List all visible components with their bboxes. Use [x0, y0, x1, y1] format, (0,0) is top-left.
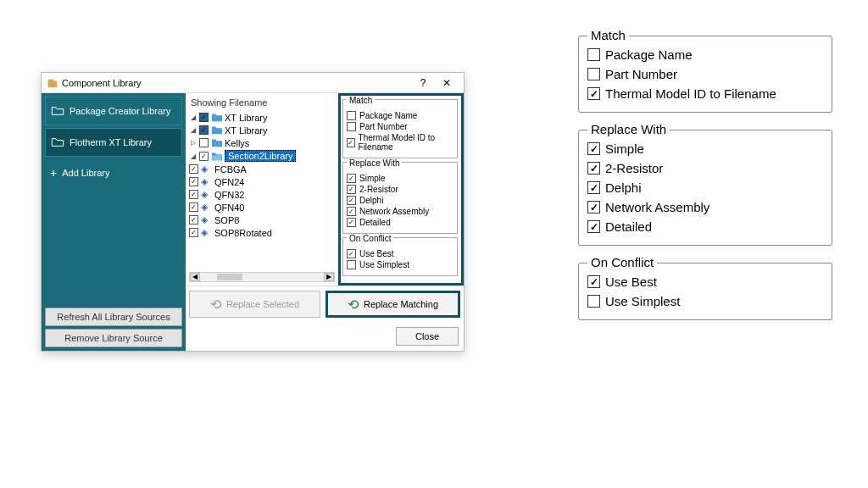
folder-open-icon	[211, 151, 222, 162]
sidebar-item-label: Package Creator Library	[70, 106, 170, 116]
help-button[interactable]: ?	[411, 75, 435, 92]
checkbox-delphi[interactable]	[587, 181, 600, 194]
folder-icon	[211, 112, 222, 123]
tree-checkbox[interactable]	[199, 138, 209, 147]
options-callout: Match Package Name Part Number Thermal M…	[578, 36, 832, 337]
chip-icon: ◈	[201, 164, 212, 175]
checkbox-package-name[interactable]	[587, 48, 600, 61]
option-label: Delphi	[605, 180, 642, 195]
checkbox-network[interactable]	[587, 201, 600, 214]
tree-node-label[interactable]: XT Library	[225, 125, 268, 136]
checkbox-simple[interactable]	[347, 174, 356, 183]
checkbox-simple[interactable]	[587, 142, 600, 155]
collapse-icon[interactable]: ◢	[189, 114, 197, 121]
checkbox-thermal-id[interactable]	[587, 87, 600, 100]
scroll-left-arrow[interactable]: ◀	[190, 273, 200, 281]
collapse-icon[interactable]: ◢	[189, 152, 197, 160]
expand-icon[interactable]: ▷	[189, 139, 197, 147]
option-label: 2-Resistor	[605, 161, 663, 175]
titlebar-close-button[interactable]: ✕	[435, 75, 459, 92]
folder-icon	[51, 136, 64, 149]
checkbox-package-name[interactable]	[347, 111, 356, 120]
checkbox-thermal-id[interactable]	[347, 138, 355, 147]
checkbox-detailed[interactable]	[347, 218, 356, 227]
horizontal-scrollbar[interactable]: ◀ ▶	[189, 272, 335, 282]
checkbox-2resistor[interactable]	[587, 162, 600, 175]
option-label: Network Assembly	[359, 207, 429, 216]
checkbox-part-number[interactable]	[347, 122, 356, 131]
tree-checkbox[interactable]	[189, 190, 198, 199]
tree-node-label[interactable]: SOP8Rotated	[214, 228, 272, 238]
checkbox-2resistor[interactable]	[347, 185, 356, 194]
close-button[interactable]: Close	[396, 327, 459, 346]
callout-match-fieldset: Match Package Name Part Number Thermal M…	[578, 36, 832, 113]
tree-checkbox[interactable]	[199, 152, 209, 161]
library-tree: ◢ XT Library ◢ XT Library	[189, 111, 335, 239]
checkbox-use-best[interactable]	[347, 249, 356, 258]
tree-header: Showing Filename	[189, 96, 335, 111]
chip-icon: ◈	[201, 202, 212, 213]
sidebar-item-add-library[interactable]: + Add Library	[45, 159, 182, 186]
main-area: Showing Filename ◢ XT Library ◢	[186, 93, 464, 351]
checkbox-detailed[interactable]	[587, 220, 600, 233]
tree-checkbox[interactable]	[189, 177, 198, 186]
option-label: Use Simplest	[359, 260, 409, 269]
checkbox-delphi[interactable]	[347, 196, 356, 205]
checkbox-use-best[interactable]	[587, 275, 600, 288]
tree-checkbox[interactable]	[189, 215, 198, 225]
callout-replace-fieldset: Replace With Simple 2-Resistor Delphi Ne…	[578, 130, 832, 246]
option-label: Package Name	[359, 111, 417, 120]
tree-checkbox[interactable]	[189, 228, 198, 237]
refresh-sources-button[interactable]: Refresh All Library Sources	[45, 308, 182, 326]
svg-rect-1	[48, 79, 53, 82]
replace-selected-button[interactable]: ⟲ Replace Selected	[189, 291, 320, 318]
tree-checkbox[interactable]	[199, 125, 209, 135]
sidebar-item-label: Add Library	[62, 168, 109, 178]
chip-icon: ◈	[201, 176, 212, 187]
chip-icon: ◈	[201, 189, 212, 200]
tree-node-label[interactable]: Kellys	[225, 138, 249, 148]
tree-node-label[interactable]: SOP8	[214, 215, 239, 225]
option-label: Detailed	[605, 219, 652, 234]
tree-node-label[interactable]: QFN32	[214, 190, 244, 200]
option-label: Thermal Model ID to Filename	[359, 133, 453, 152]
option-label: Use Best	[359, 249, 394, 258]
folder-icon	[51, 104, 64, 118]
sidebar-item-flotherm[interactable]: Flotherm XT Library	[45, 128, 182, 157]
scroll-right-arrow[interactable]: ▶	[324, 273, 334, 281]
checkbox-network[interactable]	[347, 207, 356, 216]
scroll-thumb[interactable]	[217, 274, 242, 280]
option-label: 2-Resistor	[359, 185, 398, 194]
chip-icon: ◈	[201, 214, 212, 225]
checkbox-part-number[interactable]	[587, 68, 600, 80]
tree-pane: Showing Filename ◢ XT Library ◢	[186, 93, 338, 286]
tree-node-label[interactable]: QFN40	[214, 202, 244, 213]
tree-node-label[interactable]: QFN24	[214, 177, 244, 187]
tree-checkbox[interactable]	[189, 164, 198, 174]
sidebar: Package Creator Library Flotherm XT Libr…	[42, 93, 186, 351]
checkbox-use-simplest[interactable]	[587, 295, 600, 308]
options-pane: Match Package Name Part Number Thermal M…	[338, 93, 464, 286]
sidebar-item-package-creator[interactable]: Package Creator Library	[45, 97, 182, 125]
remove-source-button[interactable]: Remove Library Source	[45, 329, 182, 347]
tree-node-label[interactable]: XT Library	[225, 113, 268, 123]
bottom-row: Close	[186, 322, 464, 351]
fieldset-legend: On Conflict	[347, 234, 393, 243]
tree-node-selected[interactable]: Section2Library	[225, 150, 296, 162]
replace-matching-button[interactable]: ⟲ Replace Matching	[326, 291, 460, 318]
folder-icon	[211, 125, 222, 136]
option-label: Simple	[605, 141, 644, 156]
fieldset-legend: Replace With	[587, 122, 670, 136]
action-row: ⟲ Replace Selected ⟲ Replace Matching	[186, 286, 464, 322]
tree-checkbox[interactable]	[189, 202, 198, 212]
fieldset-legend: Replace With	[347, 158, 402, 168]
collapse-icon[interactable]: ◢	[189, 126, 197, 134]
checkbox-use-simplest[interactable]	[347, 260, 356, 269]
sidebar-item-label: Flotherm XT Library	[70, 137, 152, 147]
tree-node-label[interactable]: FCBGA	[214, 164, 247, 175]
option-label: Delphi	[359, 196, 383, 205]
tree-checkbox[interactable]	[199, 113, 209, 122]
conflict-fieldset: On Conflict Use Best Use Simplest	[342, 237, 458, 276]
fieldset-legend: Match	[587, 28, 629, 42]
callout-conflict-fieldset: On Conflict Use Best Use Simplest	[578, 263, 832, 320]
